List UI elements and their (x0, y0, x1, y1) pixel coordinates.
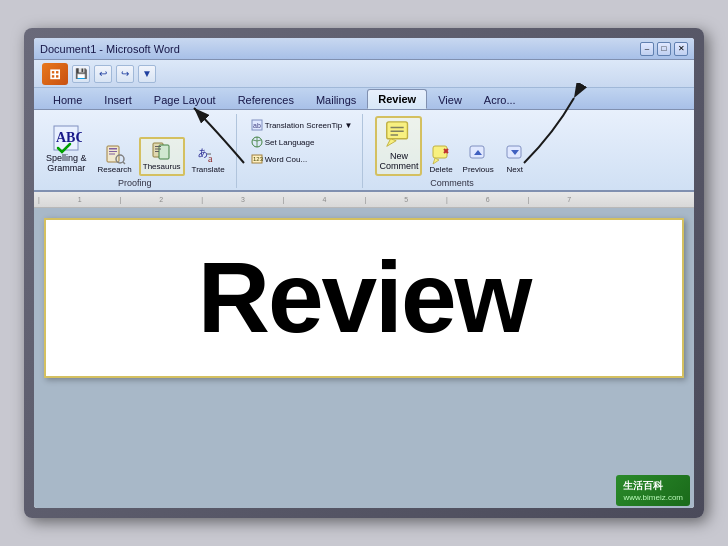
ruler: | 1 | 2 | 3 | 4 | 5 | 6 | 7 (34, 192, 694, 208)
minimize-button[interactable]: – (640, 42, 654, 56)
research-button[interactable]: Research (95, 143, 135, 176)
spelling-grammar-label: Spelling &Grammar (46, 154, 87, 174)
new-comment-button[interactable]: NewComment (375, 116, 422, 176)
branding-line2: www.bimeiz.com (623, 493, 683, 502)
spelling-grammar-button[interactable]: ABC Spelling &Grammar (42, 120, 91, 176)
window-controls: – □ ✕ (640, 42, 688, 56)
review-text: Review (198, 240, 531, 355)
next-icon (504, 144, 526, 166)
previous-label: Previous (463, 166, 494, 175)
ruler-marks: | 1 | 2 | 3 | 4 | 5 | 6 | 7 (38, 196, 589, 203)
branding-line1: 生活百科 (623, 479, 683, 493)
tab-home[interactable]: Home (42, 90, 93, 109)
language-group-label (249, 166, 355, 168)
proofing-group: ABC Spelling &Grammar (42, 114, 237, 188)
svg-rect-4 (109, 151, 117, 152)
comments-group: NewComment Delete (375, 114, 536, 188)
save-button[interactable]: 💾 (72, 65, 90, 83)
tab-references[interactable]: References (227, 90, 305, 109)
set-language-label: Set Language (265, 138, 315, 147)
quick-access-toolbar: ⊞ 💾 ↩ ↪ ▼ (34, 60, 694, 88)
maximize-button[interactable]: □ (657, 42, 671, 56)
monitor-frame: Document1 - Microsoft Word – □ ✕ ⊞ 💾 ↩ ↪… (24, 28, 704, 518)
word-count-button[interactable]: 123 Word Cou... (249, 152, 355, 166)
new-comment-icon (383, 120, 415, 152)
tab-acrobat[interactable]: Acro... (473, 90, 527, 109)
title-bar: Document1 - Microsoft Word – □ ✕ (34, 38, 694, 60)
translate-icon: あ a (197, 144, 219, 166)
next-comment-button[interactable]: Next (501, 143, 529, 176)
tab-view[interactable]: View (427, 90, 473, 109)
svg-rect-9 (159, 145, 169, 159)
delete-label: Delete (429, 166, 452, 175)
svg-text:あ: あ (198, 147, 208, 158)
svg-text:ab: ab (253, 122, 261, 129)
ribbon-tabs: Home Insert Page Layout References Maili… (34, 88, 694, 110)
translate-button[interactable]: あ a Translate (189, 143, 228, 176)
svg-rect-11 (155, 148, 161, 149)
undo-button[interactable]: ↩ (94, 65, 112, 83)
svg-rect-22 (387, 122, 408, 139)
proofing-group-label: Proofing (42, 176, 228, 188)
comments-items: NewComment Delete (375, 114, 528, 176)
svg-rect-12 (155, 151, 159, 152)
thesaurus-button[interactable]: Thesaurus (139, 137, 185, 176)
svg-text:a: a (208, 153, 213, 164)
previous-comment-button[interactable]: Previous (460, 143, 497, 176)
new-comment-label: NewComment (379, 152, 418, 172)
monitor-screen: Document1 - Microsoft Word – □ ✕ ⊞ 💾 ↩ ↪… (34, 38, 694, 508)
svg-marker-23 (387, 139, 396, 147)
tab-review[interactable]: Review (367, 89, 427, 109)
previous-icon (467, 144, 489, 166)
redo-button[interactable]: ↪ (116, 65, 134, 83)
translation-screentip-label: Translation ScreenTip ▼ (265, 121, 353, 130)
svg-marker-28 (433, 158, 439, 164)
office-logo: ⊞ (49, 66, 61, 82)
thesaurus-label: Thesaurus (143, 163, 181, 172)
svg-line-7 (123, 162, 125, 164)
delete-comment-button[interactable]: Delete (426, 143, 455, 176)
next-label: Next (506, 166, 522, 175)
document-area: Review (34, 208, 694, 508)
tab-insert[interactable]: Insert (93, 90, 143, 109)
ribbon-content: ABC Spelling &Grammar (34, 110, 694, 192)
comments-group-label: Comments (375, 176, 528, 188)
customize-button[interactable]: ▼ (138, 65, 156, 83)
tab-mailings[interactable]: Mailings (305, 90, 367, 109)
svg-text:ABC: ABC (56, 130, 82, 145)
svg-rect-3 (109, 148, 117, 150)
thesaurus-icon (151, 141, 173, 163)
delete-icon (430, 144, 452, 166)
close-button[interactable]: ✕ (674, 42, 688, 56)
research-label: Research (98, 166, 132, 175)
proofing-items: ABC Spelling &Grammar (42, 114, 228, 176)
translate-label: Translate (192, 166, 225, 175)
svg-text:123: 123 (253, 156, 263, 162)
document-page: Review (44, 218, 684, 378)
word-count-label: Word Cou... (265, 155, 308, 164)
research-icon (104, 144, 126, 166)
translation-screentip-button[interactable]: ab Translation ScreenTip ▼ (249, 118, 355, 132)
svg-rect-5 (109, 153, 115, 154)
window-title: Document1 - Microsoft Word (40, 43, 640, 55)
spelling-icon: ABC (50, 122, 82, 154)
branding-badge: 生活百科 www.bimeiz.com (616, 475, 690, 506)
language-group: ab Translation ScreenTip ▼ Set Language … (249, 114, 364, 188)
svg-rect-10 (155, 146, 161, 147)
set-language-button[interactable]: Set Language (249, 135, 355, 149)
office-button[interactable]: ⊞ (42, 63, 68, 85)
tab-page-layout[interactable]: Page Layout (143, 90, 227, 109)
